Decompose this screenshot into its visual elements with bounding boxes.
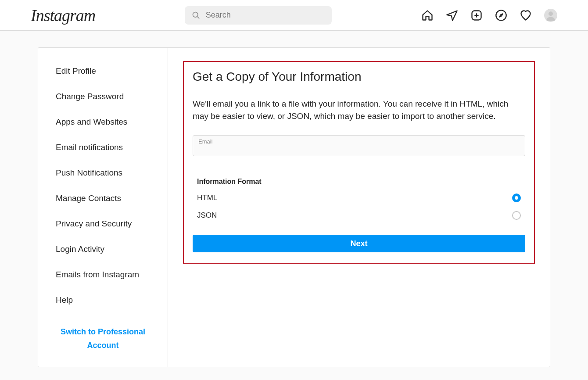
instagram-logo[interactable]: Instagram — [31, 6, 95, 25]
switch-professional-link[interactable]: Switch to Professional Account — [38, 313, 168, 356]
sidebar-item-emails-instagram[interactable]: Emails from Instagram — [38, 262, 168, 287]
activity-icon[interactable] — [520, 9, 532, 22]
sidebar-item-edit-profile[interactable]: Edit Profile — [38, 58, 168, 84]
nav-icons — [421, 9, 557, 22]
svg-marker-6 — [500, 14, 503, 17]
settings-container: Edit Profile Change Password Apps and We… — [38, 47, 550, 367]
email-field[interactable]: Email — [193, 135, 525, 156]
format-heading: Information Format — [197, 178, 521, 186]
settings-sidebar: Edit Profile Change Password Apps and We… — [38, 48, 168, 367]
format-label-json: JSON — [197, 211, 217, 220]
radio-json[interactable] — [512, 211, 521, 220]
format-label-html: HTML — [197, 194, 217, 202]
format-option-json[interactable]: JSON — [197, 211, 521, 220]
email-label: Email — [198, 138, 520, 145]
sidebar-item-email-notifications[interactable]: Email notifications — [38, 135, 168, 160]
explore-icon[interactable] — [495, 9, 507, 22]
search-input[interactable] — [206, 11, 325, 20]
profile-avatar[interactable] — [544, 9, 557, 22]
sidebar-item-manage-contacts[interactable]: Manage Contacts — [38, 186, 168, 211]
format-option-html[interactable]: HTML — [197, 194, 521, 202]
sidebar-item-privacy-security[interactable]: Privacy and Security — [38, 211, 168, 237]
svg-line-1 — [197, 16, 200, 18]
radio-html[interactable] — [512, 194, 521, 202]
svg-point-7 — [549, 11, 553, 16]
sidebar-item-apps-websites[interactable]: Apps and Websites — [38, 109, 168, 135]
search-icon — [192, 11, 201, 20]
home-icon[interactable] — [421, 9, 434, 22]
search-box[interactable] — [185, 6, 332, 25]
sidebar-item-help[interactable]: Help — [38, 287, 168, 313]
sidebar-item-push-notifications[interactable]: Push Notifications — [38, 160, 168, 186]
main-content: Get a Copy of Your Information We'll ema… — [168, 48, 550, 367]
description-text: We'll email you a link to a file with yo… — [193, 98, 525, 122]
svg-point-0 — [193, 12, 198, 17]
top-navbar: Instagram — [0, 0, 588, 31]
messages-icon[interactable] — [446, 9, 458, 22]
download-data-panel: Get a Copy of Your Information We'll ema… — [183, 61, 535, 264]
next-button[interactable]: Next — [193, 235, 525, 252]
page-title: Get a Copy of Your Information — [193, 70, 525, 84]
new-post-icon[interactable] — [470, 9, 483, 22]
sidebar-item-change-password[interactable]: Change Password — [38, 84, 168, 109]
search-wrap — [95, 6, 421, 25]
svg-point-5 — [496, 10, 506, 20]
divider — [193, 167, 525, 167]
sidebar-item-login-activity[interactable]: Login Activity — [38, 237, 168, 262]
